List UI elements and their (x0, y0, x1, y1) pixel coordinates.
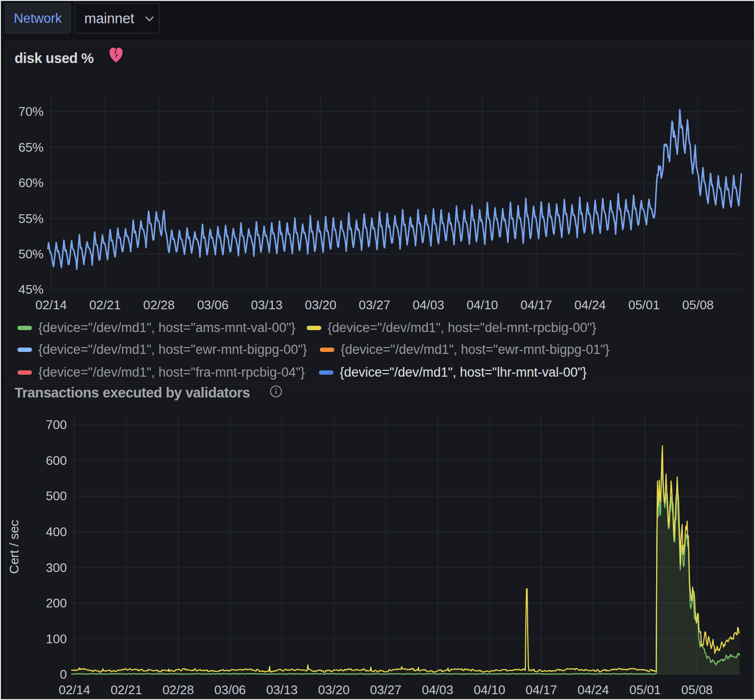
svg-text:45%: 45% (18, 282, 44, 297)
svg-text:03/06: 03/06 (214, 683, 246, 697)
svg-text:300: 300 (46, 560, 67, 575)
svg-text:04/10: 04/10 (474, 683, 505, 697)
svg-text:04/03: 04/03 (413, 298, 444, 312)
svg-text:03/06: 03/06 (197, 298, 229, 312)
svg-text:04/17: 04/17 (526, 683, 557, 697)
svg-text:100: 100 (46, 632, 67, 646)
svg-text:04/24: 04/24 (574, 298, 606, 312)
svg-text:03/27: 03/27 (370, 683, 401, 697)
svg-text:05/08: 05/08 (681, 683, 713, 697)
svg-text:02/21: 02/21 (110, 683, 142, 697)
svg-text:70%: 70% (18, 104, 44, 119)
svg-text:03/13: 03/13 (266, 683, 298, 697)
svg-text:400: 400 (46, 525, 67, 539)
svg-text:02/28: 02/28 (162, 683, 194, 697)
svg-text:700: 700 (46, 417, 67, 432)
svg-text:50%: 50% (18, 247, 44, 261)
svg-text:05/01: 05/01 (628, 298, 660, 312)
svg-text:65%: 65% (18, 140, 44, 155)
svg-text:02/28: 02/28 (143, 298, 174, 312)
svg-text:04/17: 04/17 (520, 298, 552, 312)
svg-text:55%: 55% (18, 211, 44, 226)
svg-text:03/27: 03/27 (359, 298, 390, 312)
svg-text:02/14: 02/14 (35, 298, 67, 312)
svg-text:04/03: 04/03 (422, 683, 453, 697)
svg-text:500: 500 (46, 489, 67, 503)
svg-text:04/24: 04/24 (578, 683, 609, 697)
svg-text:05/01: 05/01 (629, 683, 661, 697)
svg-text:200: 200 (46, 596, 67, 610)
svg-text:600: 600 (46, 453, 67, 468)
svg-text:0: 0 (60, 667, 67, 682)
svg-text:Cert / sec: Cert / sec (7, 520, 21, 573)
svg-text:05/08: 05/08 (682, 298, 714, 312)
svg-text:03/20: 03/20 (305, 298, 336, 312)
svg-text:02/21: 02/21 (89, 298, 121, 312)
svg-text:04/10: 04/10 (467, 298, 498, 312)
svg-text:02/14: 02/14 (59, 683, 90, 697)
svg-text:03/20: 03/20 (318, 683, 349, 697)
svg-text:03/13: 03/13 (251, 298, 283, 312)
svg-text:60%: 60% (18, 175, 44, 190)
